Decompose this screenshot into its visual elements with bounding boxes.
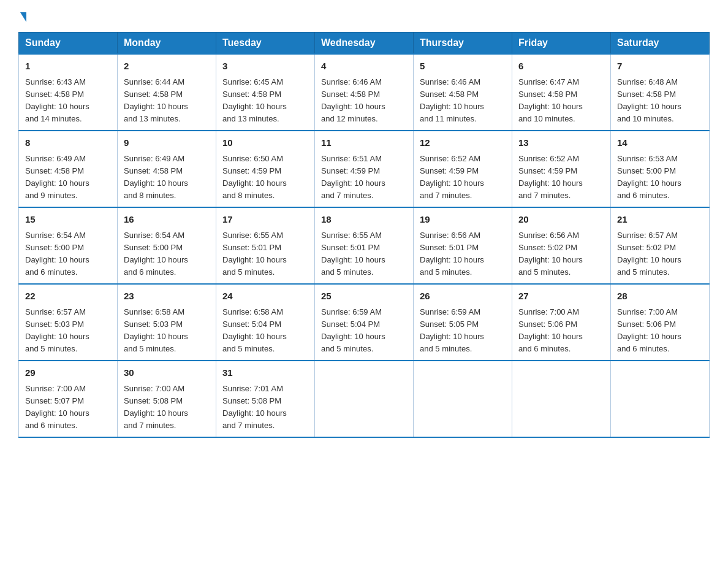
day-number: 31 [222,366,308,380]
calendar-cell: 27 Sunrise: 7:00 AMSunset: 5:06 PMDaylig… [512,284,611,361]
day-info: Sunrise: 6:46 AMSunset: 4:58 PMDaylight:… [420,77,484,123]
day-info: Sunrise: 6:53 AMSunset: 5:00 PMDaylight:… [617,154,681,200]
calendar-cell: 6 Sunrise: 6:47 AMSunset: 4:58 PMDayligh… [512,54,611,131]
calendar-cell: 20 Sunrise: 6:56 AMSunset: 5:02 PMDaylig… [512,207,611,284]
day-number: 29 [25,366,111,380]
calendar-cell: 5 Sunrise: 6:46 AMSunset: 4:58 PMDayligh… [414,54,512,131]
calendar-cell: 11 Sunrise: 6:51 AMSunset: 4:59 PMDaylig… [315,131,414,207]
day-number: 20 [518,213,604,227]
calendar-cell: 29 Sunrise: 7:00 AMSunset: 5:07 PMDaylig… [19,361,118,437]
day-info: Sunrise: 6:43 AMSunset: 4:58 PMDaylight:… [25,77,89,123]
day-info: Sunrise: 6:55 AMSunset: 5:01 PMDaylight:… [321,231,385,277]
calendar-cell [315,361,414,437]
col-header-thursday: Thursday [414,33,512,55]
day-info: Sunrise: 6:54 AMSunset: 5:00 PMDaylight:… [25,231,89,277]
day-number: 8 [25,136,111,150]
day-number: 12 [420,136,506,150]
calendar-cell: 7 Sunrise: 6:48 AMSunset: 4:58 PMDayligh… [611,54,710,131]
day-info: Sunrise: 6:56 AMSunset: 5:02 PMDaylight:… [518,231,583,277]
col-header-wednesday: Wednesday [315,33,414,55]
calendar-week-row: 15 Sunrise: 6:54 AMSunset: 5:00 PMDaylig… [19,207,710,284]
day-info: Sunrise: 6:47 AMSunset: 4:58 PMDaylight:… [518,77,583,123]
day-number: 18 [321,213,407,227]
day-number: 11 [321,136,407,150]
day-number: 14 [617,136,703,150]
day-number: 28 [617,289,703,304]
calendar-week-row: 1 Sunrise: 6:43 AMSunset: 4:58 PMDayligh… [19,54,710,131]
day-number: 5 [420,59,506,74]
calendar-cell: 4 Sunrise: 6:46 AMSunset: 4:58 PMDayligh… [315,54,414,131]
day-info: Sunrise: 6:49 AMSunset: 4:58 PMDaylight:… [124,154,188,200]
calendar-cell: 2 Sunrise: 6:44 AMSunset: 4:58 PMDayligh… [118,54,216,131]
day-number: 27 [518,289,604,304]
calendar-week-row: 22 Sunrise: 6:57 AMSunset: 5:03 PMDaylig… [19,284,710,361]
calendar-cell: 17 Sunrise: 6:55 AMSunset: 5:01 PMDaylig… [216,207,315,284]
logo-triangle-icon [20,12,26,22]
day-info: Sunrise: 6:45 AMSunset: 4:58 PMDaylight:… [222,77,287,123]
calendar-cell [512,361,611,437]
day-number: 17 [222,213,308,227]
col-header-tuesday: Tuesday [216,33,315,55]
day-number: 2 [124,59,210,74]
calendar-cell: 31 Sunrise: 7:01 AMSunset: 5:08 PMDaylig… [216,361,315,437]
day-info: Sunrise: 6:55 AMSunset: 5:01 PMDaylight:… [222,231,287,277]
col-header-saturday: Saturday [611,33,710,55]
day-info: Sunrise: 7:01 AMSunset: 5:08 PMDaylight:… [222,384,287,430]
calendar-cell: 30 Sunrise: 7:00 AMSunset: 5:08 PMDaylig… [118,361,216,437]
day-info: Sunrise: 7:00 AMSunset: 5:07 PMDaylight:… [25,384,89,430]
calendar-cell: 9 Sunrise: 6:49 AMSunset: 4:58 PMDayligh… [118,131,216,207]
calendar-cell: 25 Sunrise: 6:59 AMSunset: 5:04 PMDaylig… [315,284,414,361]
calendar-cell [414,361,512,437]
day-info: Sunrise: 6:56 AMSunset: 5:01 PMDaylight:… [420,231,484,277]
day-info: Sunrise: 6:59 AMSunset: 5:04 PMDaylight:… [321,307,385,353]
calendar-week-row: 29 Sunrise: 7:00 AMSunset: 5:07 PMDaylig… [19,361,710,437]
calendar-cell: 3 Sunrise: 6:45 AMSunset: 4:58 PMDayligh… [216,54,315,131]
day-info: Sunrise: 6:57 AMSunset: 5:03 PMDaylight:… [25,307,89,353]
calendar-cell: 15 Sunrise: 6:54 AMSunset: 5:00 PMDaylig… [19,207,118,284]
day-info: Sunrise: 6:46 AMSunset: 4:58 PMDaylight:… [321,77,385,123]
calendar-cell: 22 Sunrise: 6:57 AMSunset: 5:03 PMDaylig… [19,284,118,361]
day-number: 13 [518,136,604,150]
calendar-cell: 19 Sunrise: 6:56 AMSunset: 5:01 PMDaylig… [414,207,512,284]
day-number: 23 [124,289,210,304]
calendar-header-row: SundayMondayTuesdayWednesdayThursdayFrid… [19,33,710,55]
day-info: Sunrise: 6:54 AMSunset: 5:00 PMDaylight:… [124,231,188,277]
day-number: 15 [25,213,111,227]
col-header-friday: Friday [512,33,611,55]
day-number: 4 [321,59,407,74]
day-number: 22 [25,289,111,304]
day-info: Sunrise: 6:52 AMSunset: 4:59 PMDaylight:… [518,154,583,200]
day-number: 26 [420,289,506,304]
day-number: 24 [222,289,308,304]
day-info: Sunrise: 7:00 AMSunset: 5:06 PMDaylight:… [617,307,681,353]
day-number: 9 [124,136,210,150]
calendar-week-row: 8 Sunrise: 6:49 AMSunset: 4:58 PMDayligh… [19,131,710,207]
col-header-monday: Monday [118,33,216,55]
calendar-cell: 16 Sunrise: 6:54 AMSunset: 5:00 PMDaylig… [118,207,216,284]
calendar-cell: 28 Sunrise: 7:00 AMSunset: 5:06 PMDaylig… [611,284,710,361]
calendar-cell: 21 Sunrise: 6:57 AMSunset: 5:02 PMDaylig… [611,207,710,284]
day-number: 7 [617,59,703,74]
calendar-cell: 13 Sunrise: 6:52 AMSunset: 4:59 PMDaylig… [512,131,611,207]
calendar-table: SundayMondayTuesdayWednesdayThursdayFrid… [18,32,710,438]
page-header [18,12,710,21]
day-number: 30 [124,366,210,380]
calendar-cell: 12 Sunrise: 6:52 AMSunset: 4:59 PMDaylig… [414,131,512,207]
calendar-cell: 23 Sunrise: 6:58 AMSunset: 5:03 PMDaylig… [118,284,216,361]
col-header-sunday: Sunday [19,33,118,55]
day-number: 25 [321,289,407,304]
day-info: Sunrise: 6:50 AMSunset: 4:59 PMDaylight:… [222,154,287,200]
day-number: 6 [518,59,604,74]
day-info: Sunrise: 6:51 AMSunset: 4:59 PMDaylight:… [321,154,385,200]
day-number: 21 [617,213,703,227]
logo [18,12,26,21]
calendar-cell: 14 Sunrise: 6:53 AMSunset: 5:00 PMDaylig… [611,131,710,207]
day-info: Sunrise: 7:00 AMSunset: 5:08 PMDaylight:… [124,384,188,430]
calendar-cell: 24 Sunrise: 6:58 AMSunset: 5:04 PMDaylig… [216,284,315,361]
day-number: 3 [222,59,308,74]
day-info: Sunrise: 6:57 AMSunset: 5:02 PMDaylight:… [617,231,681,277]
calendar-cell: 8 Sunrise: 6:49 AMSunset: 4:58 PMDayligh… [19,131,118,207]
day-info: Sunrise: 6:49 AMSunset: 4:58 PMDaylight:… [25,154,89,200]
calendar-cell: 18 Sunrise: 6:55 AMSunset: 5:01 PMDaylig… [315,207,414,284]
day-info: Sunrise: 6:59 AMSunset: 5:05 PMDaylight:… [420,307,484,353]
